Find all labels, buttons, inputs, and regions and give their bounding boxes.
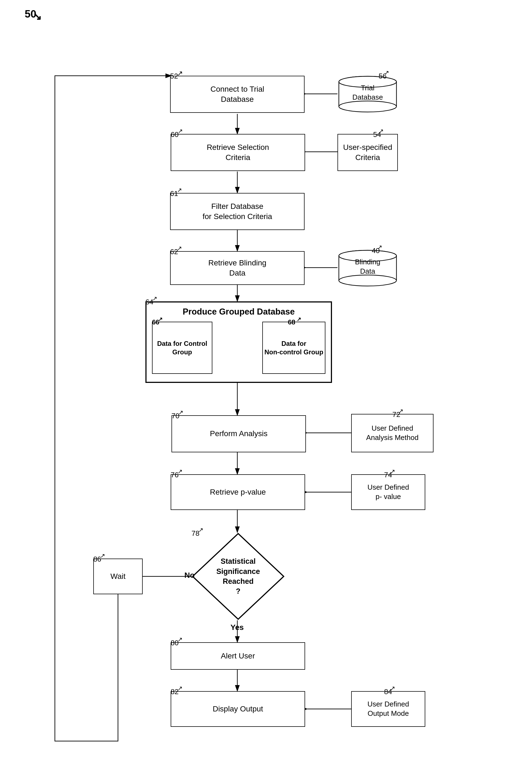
display-output-label: Display Output (213, 704, 263, 714)
stat-sig-diamond: StatisticalSignificanceReached? (192, 533, 285, 620)
stat-sig-label: StatisticalSignificanceReached? (216, 556, 260, 597)
perform-analysis-box: Perform Analysis (171, 415, 306, 452)
connect-db-num-arrow: ↗ (177, 69, 183, 78)
diagram-arrow-label: ↘ (33, 10, 42, 22)
no-label: No (184, 571, 195, 580)
filter-db-label: Filter Databasefor Selection Criteria (202, 201, 272, 221)
noncontrol-group-label: Data forNon-control Group (264, 339, 323, 356)
blinding-data-label: BlindingData (337, 257, 398, 276)
filter-db-num-arrow: ↗ (177, 187, 182, 194)
connect-db-label: Connect to TrialDatabase (210, 84, 264, 104)
grouped-db-box: Produce Grouped Database Data for Contro… (145, 301, 332, 383)
wait-num-arrow: ↗ (100, 552, 105, 559)
control-group-box: Data for ControlGroup (152, 322, 212, 374)
display-output-box: Display Output (171, 691, 305, 727)
retrieve-pvalue-box: Retrieve p-value (171, 474, 305, 510)
yes-label: Yes (230, 623, 244, 632)
noncontrol-group-num-arrow: ↗ (297, 316, 301, 323)
svg-point-23 (339, 101, 396, 112)
user-output-num-arrow: ↗ (390, 685, 395, 692)
retrieve-blinding-num-arrow: ↗ (177, 245, 182, 252)
user-pvalue-label: User Definedp- value (367, 483, 409, 502)
perform-analysis-num-arrow: ↗ (178, 409, 183, 416)
blinding-data-num-arrow: ↗ (377, 244, 382, 251)
wait-box: Wait (93, 559, 143, 594)
trial-db-num-arrow: ↗ (384, 69, 389, 76)
noncontrol-group-box: Data forNon-control Group (262, 322, 325, 374)
user-output-box: User DefinedOutput Mode (351, 691, 425, 727)
retrieve-pvalue-num-arrow: ↗ (178, 468, 182, 475)
connect-db-box: Connect to TrialDatabase (170, 76, 305, 113)
retrieve-criteria-label: Retrieve SelectionCriteria (207, 142, 269, 162)
control-group-num-arrow: ↗ (158, 316, 163, 323)
wait-label: Wait (111, 572, 126, 581)
user-analysis-box: User DefinedAnalysis Method (351, 414, 434, 452)
alert-user-label: Alert User (221, 651, 255, 661)
user-output-label: User DefinedOutput Mode (367, 700, 409, 718)
user-pvalue-num-arrow: ↗ (390, 468, 395, 475)
retrieve-blinding-label: Retrieve BlindingData (208, 258, 266, 278)
trial-db-label: TrialDatabase (337, 83, 398, 102)
user-criteria-box: User-specifiedCriteria (337, 134, 398, 171)
flowchart-diagram: 50 ↘ (0, 0, 532, 771)
filter-db-box: Filter Databasefor Selection Criteria (170, 193, 305, 230)
user-analysis-num-arrow: ↗ (398, 408, 403, 415)
control-group-label: Data for ControlGroup (157, 339, 207, 356)
user-analysis-label: User DefinedAnalysis Method (366, 424, 419, 443)
alert-user-num-arrow: ↗ (178, 636, 182, 643)
perform-analysis-label: Perform Analysis (210, 429, 268, 439)
grouped-db-title: Produce Grouped Database (147, 306, 331, 317)
svg-point-29 (339, 275, 396, 286)
display-output-num-arrow: ↗ (178, 685, 182, 692)
retrieve-criteria-box: Retrieve SelectionCriteria (171, 134, 305, 171)
retrieve-criteria-num: 60 (171, 130, 179, 139)
alert-user-box: Alert User (171, 642, 305, 670)
noncontrol-group-num: 68 (288, 318, 295, 326)
user-pvalue-box: User Definedp- value (351, 474, 425, 510)
retrieve-blinding-box: Retrieve BlindingData (170, 251, 305, 285)
user-criteria-num-arrow: ↗ (379, 128, 384, 135)
stat-sig-num-arrow: ↗ (198, 527, 203, 534)
retrieve-pvalue-label: Retrieve p-value (210, 487, 266, 497)
trial-db-cylinder: TrialDatabase (337, 76, 398, 113)
retrieve-criteria-num-arrow: ↗ (178, 128, 183, 135)
blinding-data-cylinder: BlindingData (337, 250, 398, 287)
grouped-db-num-arrow: ↗ (152, 295, 157, 302)
user-criteria-label: User-specifiedCriteria (343, 142, 392, 162)
